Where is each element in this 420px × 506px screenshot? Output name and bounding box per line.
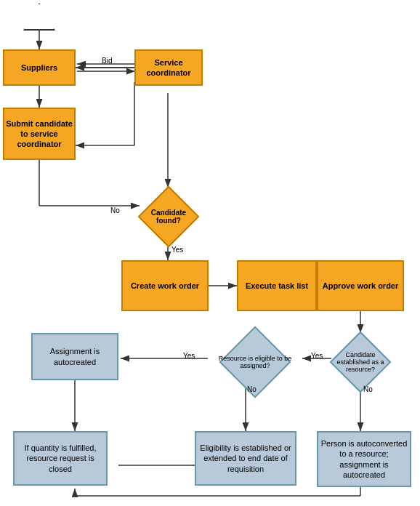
yes-label-candidate: Yes: [171, 246, 183, 254]
submit-candidate-node: Submit candidate to service coordinator: [3, 108, 76, 160]
candidate-found-label: Candidate found?: [140, 209, 198, 225]
candidate-established-container: Candidate established as a resource?: [331, 333, 389, 391]
assignment-autocreated-label: Assignment is autocreated: [33, 346, 117, 367]
person-autoconverted-node: Person is autoconverted to a resource; a…: [317, 431, 411, 487]
bid-label: Bid: [102, 57, 112, 65]
candidate-found-container: Candidate found?: [140, 188, 198, 246]
suppliers-node: Suppliers: [3, 49, 76, 86]
create-work-order-label: Create work order: [131, 281, 199, 291]
create-work-order-node: Create work order: [121, 260, 209, 311]
workflow-diagram: Suppliers Service coordinator Bid Submit…: [0, 0, 420, 506]
quantity-fulfilled-node: If quantity is fulfilled, resource reque…: [13, 431, 108, 486]
yes-label-candidate-est: Yes: [311, 352, 323, 360]
submit-candidate-label: Submit candidate to service coordinator: [4, 119, 74, 150]
no-label-resource: No: [247, 385, 257, 393]
start-node: [23, 3, 55, 31]
approve-work-order-node: Approve work order: [317, 260, 404, 311]
no-label-candidate-est: No: [363, 385, 373, 393]
no-label-candidate: No: [110, 206, 120, 214]
person-autoconverted-label: Person is autoconverted to a resource; a…: [318, 438, 410, 480]
candidate-established-label: Candidate established as a resource?: [331, 351, 389, 373]
assignment-autocreated-node: Assignment is autocreated: [31, 333, 118, 380]
eligibility-established-label: Eligibility is established or extended t…: [196, 443, 295, 474]
eligibility-established-node: Eligibility is established or extended t…: [195, 431, 296, 486]
resource-eligible-label: Resource is eligible to be assigned?: [208, 355, 302, 369]
approve-work-order-label: Approve work order: [323, 281, 399, 291]
quantity-fulfilled-label: If quantity is fulfilled, resource reque…: [15, 443, 106, 474]
service-coordinator-label: Service coordinator: [136, 57, 201, 79]
resource-eligible-container: Resource is eligible to be assigned?: [208, 333, 302, 391]
execute-task-list-label: Execute task list: [246, 281, 308, 291]
service-coordinator-node: Service coordinator: [134, 49, 203, 86]
start-triangle: [23, 3, 55, 31]
execute-task-list-node: Execute task list: [237, 260, 317, 311]
yes-label-resource: Yes: [183, 352, 195, 360]
suppliers-label: Suppliers: [21, 63, 57, 73]
